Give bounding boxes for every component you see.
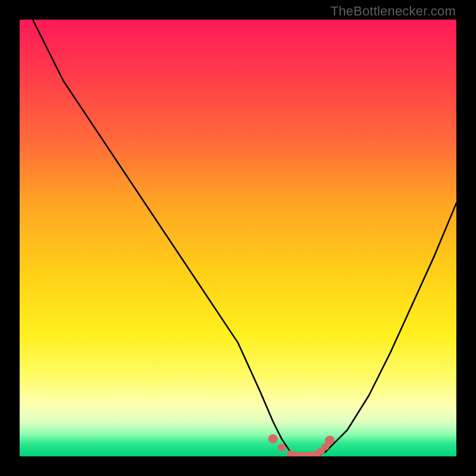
attribution-text: TheBottlenecker.com bbox=[331, 4, 456, 19]
dot bbox=[268, 434, 278, 443]
dot bbox=[325, 436, 334, 444]
optimal-zone-dots bbox=[20, 20, 456, 456]
dot bbox=[278, 444, 286, 451]
chart-frame bbox=[20, 20, 456, 456]
